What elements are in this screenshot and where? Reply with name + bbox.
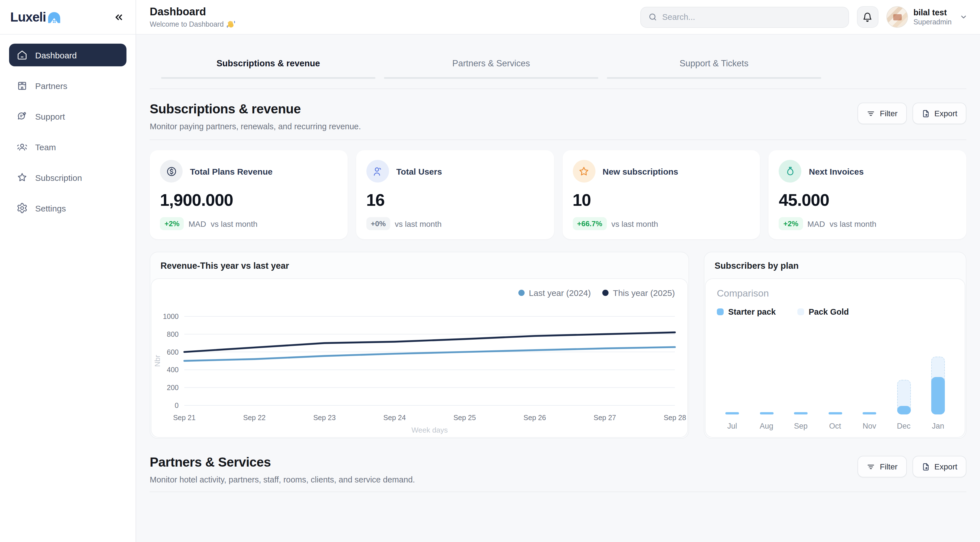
house-icon — [47, 11, 61, 24]
tab-underline — [384, 77, 598, 79]
tab-label: Subscriptions & revenue — [216, 59, 320, 68]
bar-stack — [889, 351, 918, 415]
bar-category-label: Sep — [794, 422, 808, 430]
gear-icon — [16, 202, 28, 214]
line-chart-legend: Last year (2024)This year (2025) — [518, 288, 675, 298]
y-axis-title: Nbr — [153, 355, 162, 367]
bar-stack — [855, 351, 884, 415]
stat-card-total-plans-revenue: Total Plans Revenue 1,900.000 +2% MAD vs… — [150, 150, 348, 239]
tab-underline — [607, 77, 821, 79]
bar-stack — [924, 351, 952, 415]
stat-label: Total Plans Revenue — [190, 166, 272, 176]
sidebar-item-subscription[interactable]: Subscription — [9, 166, 126, 189]
partners-section-header: Partners & Services Monitor hotel activi… — [150, 455, 966, 484]
avatar — [886, 6, 908, 28]
x-tick-label: Sep 26 — [523, 413, 546, 421]
export-button-label: Export — [934, 462, 957, 471]
sidebar-collapse-button[interactable] — [113, 12, 124, 22]
divider — [150, 89, 966, 89]
bar-column: Jan — [924, 351, 952, 430]
tab-bar: Subscriptions & revenue Partners & Servi… — [161, 59, 821, 79]
line-series — [184, 347, 675, 361]
bar-starter-pack[interactable] — [931, 377, 945, 415]
chart-subtitle: Comparison — [717, 288, 953, 299]
legend-label: Starter pack — [728, 307, 776, 316]
x-tick-label: Sep 21 — [173, 413, 196, 421]
section-title: Partners & Services — [150, 455, 415, 470]
legend-item[interactable]: Starter pack — [717, 307, 776, 316]
x-tick-label: Sep 28 — [663, 413, 686, 421]
stat-card-total-users: Total Users 16 +0% vs last month — [356, 150, 554, 239]
sidebar-item-label: Subscription — [35, 173, 82, 182]
bar-starter-pack[interactable] — [862, 412, 876, 415]
tab-underline — [161, 77, 375, 79]
legend-label: Last year (2024) — [529, 288, 591, 298]
user-name: bilal test — [913, 8, 951, 17]
bar-column: Nov — [855, 351, 884, 430]
sidebar-item-team[interactable]: Team — [9, 135, 126, 158]
bar-category-label: Jul — [727, 422, 737, 430]
sidebar-item-dashboard[interactable]: Dashboard — [9, 44, 126, 66]
stat-currency: MAD — [807, 219, 825, 228]
legend-dot-icon — [602, 290, 609, 296]
search-icon — [648, 13, 657, 22]
sidebar-item-support[interactable]: Support — [9, 105, 126, 127]
bar-starter-pack[interactable] — [725, 412, 739, 415]
x-tick-label: Sep 23 — [313, 413, 336, 421]
legend-item[interactable]: Pack Gold — [797, 307, 849, 316]
bar-starter-pack[interactable] — [897, 406, 910, 415]
stat-badge: +66.7% — [573, 217, 607, 230]
star-icon — [573, 160, 595, 183]
bar-chart-legend: Starter packPack Gold — [717, 307, 953, 316]
legend-item[interactable]: This year (2025) — [602, 288, 675, 298]
user-icon — [366, 160, 389, 183]
page-subtitle: Welcome to Dashboard — [150, 20, 224, 28]
topbar: Dashboard Welcome to Dashboard — [136, 0, 980, 35]
chart-title: Revenue-This year vs last year — [150, 252, 689, 278]
bar-starter-pack[interactable] — [760, 412, 773, 415]
filter-button-label: Filter — [880, 109, 897, 118]
legend-label: This year (2025) — [613, 288, 675, 298]
stat-card-new-subscriptions: New subscriptions 10 +66.7% vs last mont… — [562, 150, 760, 239]
bar-stack — [718, 351, 746, 415]
y-tick-label: 800 — [167, 330, 179, 338]
divider — [150, 140, 966, 140]
search-box — [640, 6, 849, 27]
legend-item[interactable]: Last year (2024) — [518, 288, 591, 298]
home-icon — [16, 49, 28, 60]
bell-icon — [862, 12, 873, 22]
money-bag-icon — [779, 160, 802, 183]
stat-badge: +0% — [366, 217, 390, 230]
chat-icon — [16, 111, 28, 122]
brand-logo[interactable]: Luxeli — [10, 10, 61, 25]
stat-label: Total Users — [396, 166, 442, 176]
bar-starter-pack[interactable] — [794, 412, 808, 415]
sidebar-item-partners[interactable]: Partners — [9, 74, 126, 97]
x-tick-label: Sep 22 — [243, 413, 266, 421]
sidebar-item-label: Settings — [35, 203, 66, 213]
tab-label: Support & Tickets — [680, 59, 749, 68]
filter-icon — [867, 463, 875, 471]
export-button[interactable]: Export — [912, 456, 966, 477]
y-tick-label: 400 — [167, 366, 179, 374]
line-chart-plot: 02004006008001000Sep 21Sep 22Sep 23Sep 2… — [151, 279, 688, 438]
tab-partners-services[interactable]: Partners & Services — [384, 59, 598, 79]
tab-subscriptions-revenue[interactable]: Subscriptions & revenue — [161, 59, 375, 79]
notifications-button[interactable] — [857, 6, 878, 28]
tab-support-tickets[interactable]: Support & Tickets — [607, 59, 821, 79]
stat-currency: MAD — [189, 219, 206, 228]
brand-logo-text: Luxeli — [10, 10, 46, 25]
page-title: Dashboard — [150, 5, 235, 18]
sidebar-item-settings[interactable]: Settings — [9, 197, 126, 219]
search-input[interactable] — [662, 13, 841, 22]
filter-button[interactable]: Filter — [858, 103, 907, 124]
sidebar-item-label: Support — [35, 111, 65, 121]
bar-category-label: Oct — [829, 422, 841, 430]
legend-label: Pack Gold — [809, 307, 849, 316]
bar-starter-pack[interactable] — [828, 412, 842, 415]
export-button[interactable]: Export — [912, 103, 966, 124]
filter-button[interactable]: Filter — [858, 456, 907, 477]
user-menu[interactable]: bilal test Superadmin — [886, 6, 967, 28]
app-window: Luxeli — [0, 0, 980, 542]
export-button-label: Export — [934, 109, 957, 118]
